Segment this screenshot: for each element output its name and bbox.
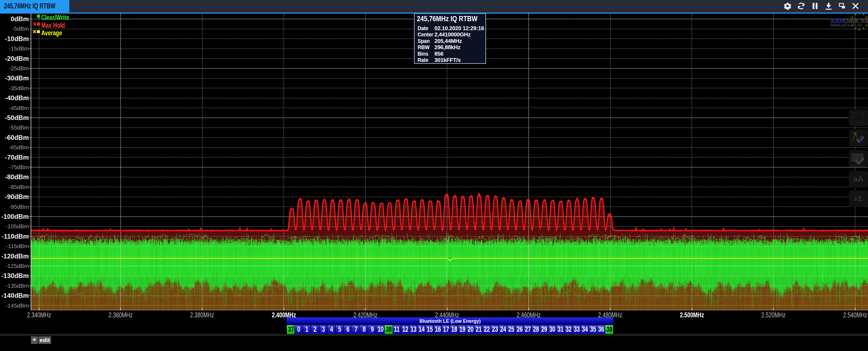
svg-text:www.aaronia.de: www.aaronia.de xyxy=(831,23,862,27)
